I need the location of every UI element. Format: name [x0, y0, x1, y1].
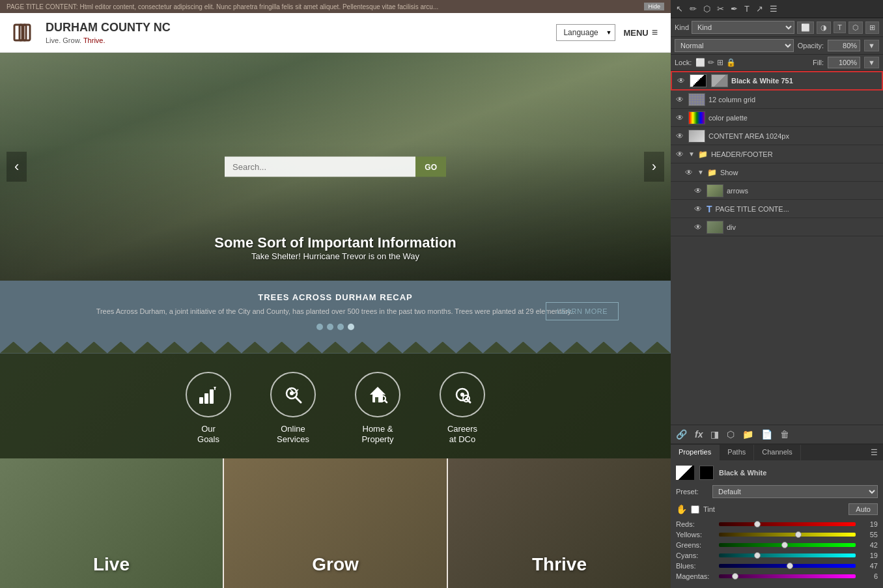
tab-properties[interactable]: Properties — [671, 445, 720, 460]
language-wrapper[interactable]: Language — [556, 24, 615, 41]
ps-preset-row: Preset: Default — [676, 485, 878, 498]
properties-menu[interactable]: ☰ — [865, 445, 883, 460]
layer-eye-content[interactable]: 👁 — [675, 132, 685, 141]
ps-lock-pixels[interactable]: ⬜ — [695, 58, 705, 67]
ps-auto-button[interactable]: Auto — [848, 503, 878, 515]
layer-thumb-grid — [688, 93, 705, 106]
icon-home-property[interactable]: Home &Property — [355, 372, 400, 446]
ps-filter-smart[interactable]: ⊞ — [865, 21, 879, 34]
layer-arrows[interactable]: 👁 arrows — [671, 182, 883, 200]
slider-label-0: Reds: — [676, 520, 715, 528]
layer-eye-show[interactable]: 👁 — [684, 168, 694, 177]
icon-careers[interactable]: Careersat DCo — [440, 372, 485, 446]
delete-button[interactable]: 🗑 — [779, 428, 791, 441]
link-button[interactable]: 🔗 — [675, 428, 688, 441]
mask-button[interactable]: ◨ — [709, 428, 720, 441]
layer-eye-arrows[interactable]: 👁 — [693, 186, 703, 195]
ps-layers-panel: 👁 Black & White 751 👁 12 column grid 👁 c… — [671, 71, 883, 425]
note-button[interactable]: 📄 — [760, 428, 774, 441]
ps-tint-checkbox[interactable] — [691, 505, 699, 514]
tab-channels[interactable]: Channels — [754, 445, 800, 460]
hero-title: Some Sort of Important Information — [214, 234, 456, 251]
hide-button[interactable]: Hide — [644, 3, 664, 10]
layer-color-palette[interactable]: 👁 color palette — [671, 109, 883, 127]
layer-name-hf: HEADER/FOOTER — [711, 150, 879, 158]
ps-tool-scissors[interactable]: ✂ — [716, 3, 725, 15]
menu-label: MENU — [623, 28, 648, 38]
card-thrive[interactable]: Thrive — [448, 458, 671, 588]
search-button[interactable]: GO — [415, 157, 446, 177]
adj-button[interactable]: ⬡ — [725, 428, 736, 441]
ps-tool-arrow[interactable]: ↖ — [675, 3, 684, 15]
slider-track-2[interactable] — [719, 543, 856, 547]
layer-div[interactable]: 👁 div — [671, 218, 883, 236]
ps-filter-path[interactable]: ⬡ — [848, 21, 863, 34]
menu-button[interactable]: MENU ≡ — [623, 27, 658, 38]
ps-opacity-dropdown[interactable]: ▼ — [864, 40, 879, 51]
folder-button[interactable]: 📁 — [741, 428, 755, 441]
icon-grid: OurGoals OnlineServices — [0, 354, 671, 459]
ps-tool-type[interactable]: T — [743, 3, 751, 15]
zigzag-divider — [0, 342, 671, 354]
slider-track-1[interactable] — [719, 533, 856, 537]
icon-online-services[interactable]: OnlineServices — [270, 372, 316, 446]
layer-12-column[interactable]: 👁 12 column grid — [671, 91, 883, 109]
ps-tool-pencil[interactable]: ✏ — [688, 3, 698, 15]
logo-county: DURHAM COUNTY NC — [46, 20, 171, 35]
layer-eye-hf[interactable]: 👁 — [675, 150, 685, 159]
icon-our-goals[interactable]: OurGoals — [186, 372, 231, 446]
ps-tool-menu[interactable]: ☰ — [768, 3, 779, 15]
ps-slider-row-1: Yellows: 55 — [676, 531, 878, 539]
layer-header-footer[interactable]: 👁 ▼ 📁 HEADER/FOOTER — [671, 145, 883, 163]
slider-thumb-1 — [795, 531, 802, 538]
ps-tool-pen[interactable]: ✒ — [729, 3, 739, 15]
card-grow[interactable]: Grow — [224, 458, 447, 588]
news-dot-4[interactable] — [348, 324, 354, 330]
ps-tool-move[interactable]: ↗ — [755, 3, 764, 15]
expand-show[interactable]: ▼ — [697, 169, 704, 176]
svg-rect-13 — [375, 397, 378, 402]
news-dot-1[interactable] — [316, 324, 323, 330]
slider-track-4[interactable] — [719, 564, 856, 568]
ps-kind-select[interactable]: Kind — [692, 21, 794, 34]
layer-eye-div[interactable]: 👁 — [693, 223, 703, 232]
news-dot-3[interactable] — [337, 324, 344, 330]
ps-preset-select[interactable]: Default — [712, 485, 878, 498]
expand-hf[interactable]: ▼ — [688, 150, 695, 158]
layer-thumb-bw — [690, 74, 707, 87]
slider-track-5[interactable] — [719, 574, 856, 578]
card-live[interactable]: Live — [0, 458, 223, 588]
ps-blend-mode-select[interactable]: Normal — [675, 39, 794, 52]
ps-bw-header: Black & White — [676, 466, 878, 480]
ps-tool-hex[interactable]: ⬡ — [702, 3, 712, 15]
card-thrive-label: Thrive — [532, 554, 587, 588]
ps-fill-input[interactable] — [828, 57, 860, 68]
fx-button[interactable]: fx — [694, 428, 704, 441]
layer-content-area[interactable]: 👁 CONTENT AREA 1024px — [671, 127, 883, 145]
hero-next-button[interactable]: › — [644, 152, 664, 182]
slider-track-3[interactable] — [719, 553, 856, 557]
ps-lock-artboard[interactable]: ⊞ — [717, 58, 723, 67]
layer-eye-grid[interactable]: 👁 — [675, 95, 685, 104]
layer-page-title[interactable]: 👁 T PAGE TITLE CONTE... — [671, 200, 883, 218]
slider-track-0[interactable] — [719, 522, 856, 526]
hero-prev-button[interactable]: ‹ — [7, 152, 27, 182]
ps-lock-position[interactable]: ✏ — [708, 58, 714, 67]
layer-eye-palette[interactable]: 👁 — [675, 113, 685, 122]
ps-lock-all[interactable]: 🔒 — [726, 58, 736, 67]
layer-eye-pt[interactable]: 👁 — [693, 204, 703, 214]
ps-filter-type[interactable]: T — [834, 21, 846, 33]
ps-opacity-input[interactable] — [828, 40, 860, 51]
ps-fill-dropdown[interactable]: ▼ — [864, 57, 879, 68]
slider-value-5: 6 — [860, 572, 878, 580]
news-dot-2[interactable] — [327, 324, 333, 330]
layer-eye-bw[interactable]: 👁 — [676, 76, 686, 85]
ps-filter-pixel[interactable]: ⬜ — [797, 21, 814, 34]
layer-bw-751[interactable]: 👁 Black & White 751 — [671, 71, 883, 91]
ps-filter-adjust[interactable]: ◑ — [817, 21, 831, 34]
layer-show[interactable]: 👁 ▼ 📁 Show — [671, 163, 883, 182]
language-select[interactable]: Language — [556, 24, 615, 41]
tab-paths[interactable]: Paths — [720, 445, 754, 460]
search-input[interactable] — [225, 157, 415, 177]
learn-more-button[interactable]: LEARN MORE — [546, 302, 619, 320]
